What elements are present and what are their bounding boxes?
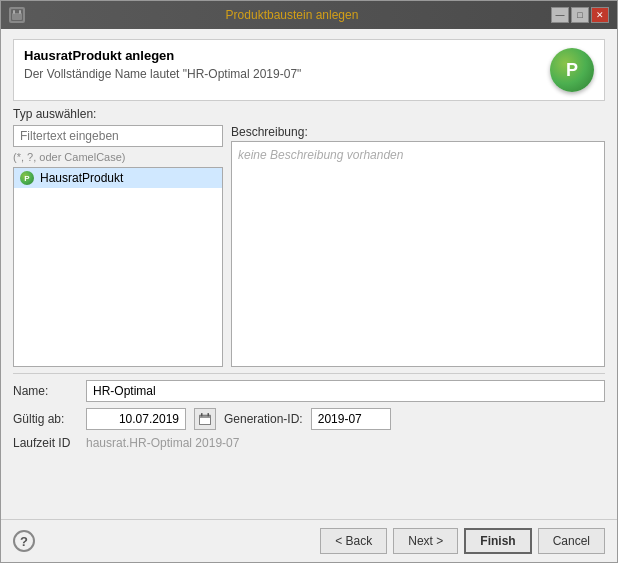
type-list[interactable]: P HausratProdukt <box>13 167 223 367</box>
title-bar-controls: — □ ✕ <box>551 7 609 23</box>
svg-rect-7 <box>208 413 210 417</box>
header-section: HausratProdukt anlegen Der Vollständige … <box>13 39 605 101</box>
footer: ? < Back Next > Finish Cancel <box>1 519 617 562</box>
svg-rect-5 <box>200 418 210 424</box>
finish-button[interactable]: Finish <box>464 528 531 554</box>
footer-buttons: < Back Next > Finish Cancel <box>320 528 605 554</box>
close-button[interactable]: ✕ <box>591 7 609 23</box>
window-icon <box>9 7 25 23</box>
svg-rect-6 <box>201 413 203 417</box>
svg-rect-8 <box>200 417 210 418</box>
product-icon: P <box>550 48 594 92</box>
laufzeit-field-row: Laufzeit ID hausrat.HR-Optimal 2019-07 <box>13 436 605 450</box>
next-button[interactable]: Next > <box>393 528 458 554</box>
main-window: Produktbaustein anlegen — □ ✕ HausratPro… <box>0 0 618 563</box>
calendar-button[interactable] <box>194 408 216 430</box>
description-box: keine Beschreibung vorhanden <box>231 141 605 367</box>
type-left-panel: (*, ?, oder CamelCase) P HausratProdukt <box>13 125 223 367</box>
description-label: Beschreibung: <box>231 125 605 139</box>
item-icon: P <box>20 171 34 185</box>
description-section: Beschreibung: keine Beschreibung vorhand… <box>231 125 605 367</box>
name-label: Name: <box>13 384 78 398</box>
name-input[interactable] <box>86 380 605 402</box>
maximize-button[interactable]: □ <box>571 7 589 23</box>
minimize-button[interactable]: — <box>551 7 569 23</box>
header-title: HausratProdukt anlegen <box>24 48 301 63</box>
list-item[interactable]: P HausratProdukt <box>14 168 222 188</box>
svg-rect-1 <box>12 13 22 20</box>
list-item-label: HausratProdukt <box>40 171 123 185</box>
type-section-label: Typ auswählen: <box>13 107 605 121</box>
laufzeit-label: Laufzeit ID <box>13 436 78 450</box>
fields-section: Name: Gültig ab: Generation-ID: <box>13 373 605 456</box>
name-field-row: Name: <box>13 380 605 402</box>
main-content: HausratProdukt anlegen Der Vollständige … <box>1 29 617 519</box>
description-placeholder: keine Beschreibung vorhanden <box>238 148 403 162</box>
footer-left: ? <box>13 530 35 552</box>
window-title: Produktbaustein anlegen <box>33 8 551 22</box>
gen-id-input[interactable] <box>311 408 391 430</box>
type-row: (*, ?, oder CamelCase) P HausratProdukt … <box>13 125 605 367</box>
date-gen-field-row: Gültig ab: Generation-ID: <box>13 408 605 430</box>
filter-input[interactable] <box>13 125 223 147</box>
back-button[interactable]: < Back <box>320 528 387 554</box>
title-bar: Produktbaustein anlegen — □ ✕ <box>1 1 617 29</box>
help-button[interactable]: ? <box>13 530 35 552</box>
header-info: HausratProdukt anlegen Der Vollständige … <box>24 48 301 81</box>
date-label: Gültig ab: <box>13 412 78 426</box>
date-input[interactable] <box>86 408 186 430</box>
gen-id-label: Generation-ID: <box>224 412 303 426</box>
laufzeit-value: hausrat.HR-Optimal 2019-07 <box>86 436 239 450</box>
header-subtitle: Der Vollständige Name lautet "HR-Optimal… <box>24 67 301 81</box>
svg-rect-2 <box>13 10 15 14</box>
cancel-button[interactable]: Cancel <box>538 528 605 554</box>
type-section: Typ auswählen: (*, ?, oder CamelCase) P … <box>13 107 605 367</box>
svg-rect-3 <box>19 10 21 14</box>
filter-hint: (*, ?, oder CamelCase) <box>13 151 223 163</box>
